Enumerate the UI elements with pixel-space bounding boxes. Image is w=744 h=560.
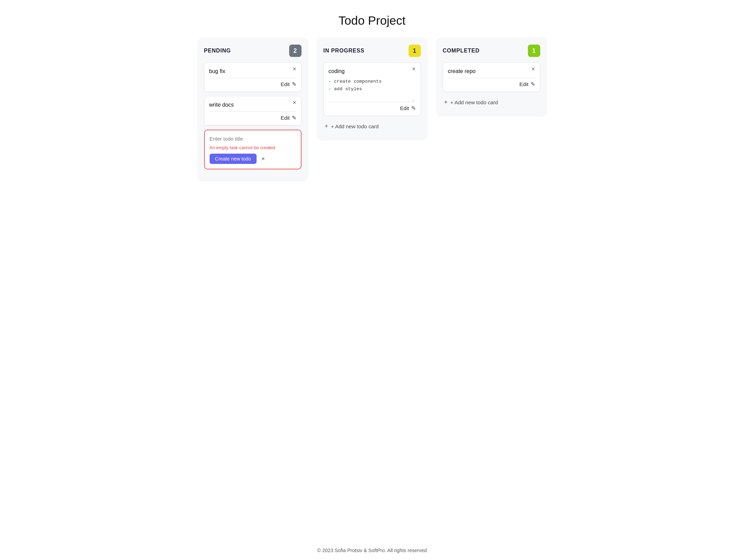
column-in-progress: IN PROGRESS 1 × coding - create componen… (317, 38, 427, 140)
error-message: An empty task cannot be created (210, 145, 296, 150)
edit-label-create-repo: Edit (519, 81, 528, 87)
todo-card-coding: × coding - create components - add style… (323, 62, 421, 116)
add-todo-button-completed[interactable]: + + Add new todo card (443, 96, 540, 109)
create-todo-button[interactable]: Create new todo (210, 154, 257, 164)
count-badge-completed: 1 (528, 45, 540, 57)
edit-label-write-docs: Edit (281, 115, 290, 121)
close-button-bug-fix[interactable]: × (291, 65, 297, 73)
card-title-bug-fix: bug fix (209, 68, 296, 74)
add-todo-label-completed: + Add new todo card (450, 99, 498, 105)
card-title-write-docs: write docs (209, 102, 296, 108)
count-badge-in-progress: 1 (409, 45, 421, 57)
todo-card-create-repo: × create repo Edit ✎ (443, 62, 540, 92)
count-badge-pending: 2 (289, 45, 302, 57)
edit-icon-write-docs[interactable]: ✎ (292, 115, 296, 121)
close-button-write-docs[interactable]: × (291, 99, 297, 107)
plus-icon-completed: + (444, 99, 448, 106)
add-todo-button-in-progress[interactable]: + + Add new todo card (323, 120, 421, 133)
todo-card-bug-fix: × bug fix Edit ✎ (204, 62, 302, 92)
card-footer-create-repo: Edit ✎ (448, 78, 535, 87)
card-footer-bug-fix: Edit ✎ (209, 78, 296, 87)
plus-icon-in-progress: + (325, 123, 328, 130)
card-title-create-repo: create repo (448, 68, 535, 74)
new-todo-input[interactable] (210, 134, 296, 143)
column-title-completed: COMPLETED (443, 48, 480, 54)
edit-label-coding: Edit (400, 105, 409, 111)
new-todo-form: An empty task cannot be created Create n… (204, 130, 302, 169)
add-todo-label-in-progress: + Add new todo card (331, 123, 379, 129)
edit-label-bug-fix: Edit (281, 81, 290, 87)
column-pending: PENDING 2 × bug fix Edit ✎ × write docs … (198, 38, 308, 180)
card-footer-coding: Edit ✎ (329, 102, 416, 111)
edit-icon-bug-fix[interactable]: ✎ (292, 81, 296, 87)
card-body-coding: - create components - add styles (329, 78, 416, 93)
edit-icon-create-repo[interactable]: ✎ (531, 81, 535, 87)
page-title: Todo Project (339, 14, 406, 27)
column-completed: COMPLETED 1 × create repo Edit ✎ + + Add… (437, 38, 546, 116)
column-title-pending: PENDING (204, 48, 231, 54)
kanban-board: PENDING 2 × bug fix Edit ✎ × write docs … (191, 38, 553, 534)
card-footer-write-docs: Edit ✎ (209, 111, 296, 121)
form-actions: Create new todo × (210, 154, 296, 164)
cancel-new-todo-button[interactable]: × (260, 155, 266, 163)
todo-card-write-docs: × write docs Edit ✎ (204, 96, 302, 126)
card-title-coding: coding (329, 68, 416, 74)
column-title-in-progress: IN PROGRESS (323, 48, 365, 54)
footer: © 2023 Sofia Protsiv & SoftPro. All righ… (317, 548, 427, 553)
column-header-pending: PENDING 2 (204, 45, 302, 57)
edit-icon-coding[interactable]: ✎ (411, 105, 416, 111)
column-header-completed: COMPLETED 1 (443, 45, 540, 57)
column-header-in-progress: IN PROGRESS 1 (323, 45, 421, 57)
close-button-create-repo[interactable]: × (530, 65, 536, 73)
close-button-coding[interactable]: × (411, 65, 417, 73)
